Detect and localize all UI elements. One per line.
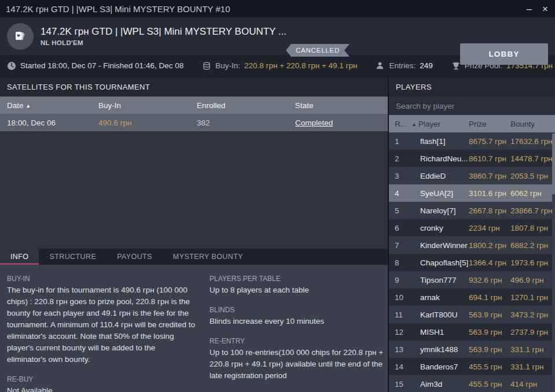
player-row[interactable]: 1 flash[1] 8675.7 грн 17632.6 грн: [389, 132, 555, 150]
player-row[interactable]: 4 SyeUA[2] 3101.6 грн 6062 грн: [389, 184, 555, 202]
players-col-bounty[interactable]: Bounty: [510, 120, 555, 128]
players-rows: 1 flash[1] 8675.7 грн 17632.6 грн 2 Rich…: [389, 132, 555, 392]
player-bounty: 23866.7 грн: [510, 206, 555, 215]
satellite-enrolled: 382: [197, 119, 295, 127]
player-row[interactable]: 3 EddieD 3860.7 грн 2053.5 грн: [389, 167, 555, 184]
player-rank: 7: [395, 241, 420, 250]
player-rank: 12: [395, 328, 420, 336]
satellites-col-date[interactable]: Date ▲: [7, 101, 98, 110]
person-icon: [376, 61, 385, 71]
player-name: KarlT800U: [420, 310, 469, 319]
player-prize: 694.1 грн: [469, 293, 510, 302]
satellites-panel-title: SATELLITES FOR THIS TOURNAMENT: [0, 77, 388, 97]
player-prize: 563.9 грн: [469, 310, 510, 319]
tab[interactable]: INFO: [0, 249, 39, 265]
player-row[interactable]: 5 Nareloy[7] 2667.8 грн 23866.7 грн: [389, 202, 555, 219]
info-tab-content: BUY-IN The buy-in for this tournament is…: [0, 265, 388, 392]
lobby-button[interactable]: LOBBY: [460, 43, 548, 65]
tab[interactable]: STRUCTURE: [39, 249, 106, 265]
info-section-label: RE-ENTRY: [209, 337, 387, 345]
player-row[interactable]: 13 ymnik1488 563.9 грн 331.1 грн: [389, 341, 555, 358]
entries-value: 249: [420, 61, 433, 70]
player-row[interactable]: 10 arnak 694.1 грн 1270.1 грн: [389, 289, 555, 306]
player-name: ymnik1488: [420, 345, 469, 354]
tab[interactable]: MYSTERY BOUNTY: [163, 249, 253, 265]
player-prize: 563.9 грн: [469, 345, 510, 354]
close-button[interactable]: ×: [541, 4, 549, 14]
scrollbar-thumb[interactable]: [552, 134, 555, 194]
buyin-value: 220.8 грн + 220.8 грн + 49.1 грн: [244, 61, 358, 70]
satellite-row[interactable]: 18:00, Dec 06 490.6 грн 382 Completed: [0, 114, 388, 131]
player-prize: 2667.8 грн: [469, 206, 510, 215]
info-section-text: Up to 8 players at each table: [209, 284, 387, 296]
info-right-column: PLAYERS PER TABLE Up to 8 players at eac…: [209, 275, 387, 392]
clock-icon: [7, 61, 16, 71]
player-row[interactable]: 15 Aim3d 455.5 грн 414 грн: [389, 375, 555, 392]
satellites-col-enrolled[interactable]: Enrolled: [197, 101, 295, 110]
satellites-col-buyin[interactable]: Buy-In: [98, 101, 197, 110]
player-name: MISH1: [420, 328, 469, 336]
player-bounty: 17632.6 грн: [510, 137, 555, 146]
players-col-player[interactable]: ▲Player: [420, 120, 469, 128]
player-row[interactable]: 7 KinderWinner 1800.2 грн 6882.2 грн: [389, 236, 555, 254]
tab[interactable]: PAYOUTS: [106, 249, 163, 265]
player-row[interactable]: 12 MISH1 563.9 грн 2737.9 грн: [389, 323, 555, 341]
player-name: cronky: [420, 224, 469, 232]
info-section-text: Blinds increase every 10 minutes: [209, 316, 387, 327]
player-prize: 3101.6 грн: [469, 189, 510, 198]
satellites-table: 18:00, Dec 06 490.6 грн 382 Completed: [0, 114, 388, 131]
trophy-icon: [451, 61, 461, 71]
window-titlebar: 147.2K грн GTD | |WPL S3| Mini MYSTERY B…: [0, 0, 555, 17]
game-type-label: NL HOLD'EM: [41, 39, 286, 46]
player-name: Banderos7: [420, 363, 469, 371]
player-name: EddieD: [420, 172, 469, 180]
players-panel-title: PLAYERS: [389, 77, 555, 97]
player-name: RichardNeu...: [420, 154, 469, 163]
buyin-label: Buy-In:: [215, 61, 240, 70]
info-section-text: Not Available: [7, 385, 196, 392]
player-prize: 563.9 грн: [469, 328, 510, 336]
player-name: Tipson777: [420, 276, 469, 284]
player-prize: 2234 грн: [469, 224, 510, 232]
player-row[interactable]: 9 Tipson777 932.6 грн 496.9 грн: [389, 271, 555, 289]
entries-segment: Entries: 249: [366, 61, 442, 71]
info-section-label: BLINDS: [209, 306, 387, 314]
player-row[interactable]: 11 KarlT800U 563.9 грн 3473.2 грн: [389, 306, 555, 323]
player-name: KinderWinner: [420, 241, 469, 250]
players-list: 1 flash[1] 8675.7 грн 17632.6 грн 2 Rich…: [389, 132, 555, 392]
player-rank: 6: [395, 224, 420, 232]
player-prize: 1366.4 грн: [469, 258, 510, 267]
info-section: RE-ENTRY Up to 100 re-entries(100 000 ch…: [209, 337, 387, 382]
empty-area: [0, 131, 388, 249]
players-col-prize[interactable]: Prize: [469, 120, 510, 128]
player-rank: 2: [395, 154, 420, 163]
info-section-label: PLAYERS PER TABLE: [209, 275, 387, 283]
satellites-col-state[interactable]: State: [295, 101, 388, 110]
player-rank: 1: [395, 137, 420, 146]
player-row[interactable]: 2 RichardNeu... 8610.7 грн 14478.7 грн: [389, 150, 555, 167]
player-name: Aim3d: [420, 380, 469, 389]
player-bounty: 1973.6 грн: [510, 258, 555, 267]
player-row[interactable]: 6 cronky 2234 грн 1807.8 грн: [389, 219, 555, 236]
player-prize: 455.5 грн: [469, 380, 510, 389]
player-bounty: 1807.8 грн: [510, 224, 555, 232]
player-name: arnak: [420, 293, 469, 302]
player-bounty: 3473.2 грн: [510, 310, 555, 319]
player-search-input[interactable]: [389, 97, 555, 115]
player-rank: 11: [395, 310, 420, 319]
info-section-label: RE-BUY: [7, 375, 196, 383]
player-name: Chapoflash[5]: [420, 258, 469, 267]
player-rank: 3: [395, 172, 420, 180]
player-rank: 4: [395, 189, 420, 198]
player-row[interactable]: 8 Chapoflash[5] 1366.4 грн 1973.6 грн: [389, 254, 555, 271]
satellites-column-header: Date ▲ Buy-In Enrolled State: [0, 97, 388, 114]
player-row[interactable]: 14 Banderos7 455.5 грн 331.1 грн: [389, 358, 555, 375]
info-section: BLINDS Blinds increase every 10 minutes: [209, 306, 387, 327]
player-bounty: 6062 грн: [510, 189, 555, 198]
minimize-button[interactable]: –: [525, 4, 533, 14]
player-rank: 10: [395, 293, 420, 302]
player-rank: 14: [395, 363, 420, 371]
player-bounty: 496.9 грн: [510, 276, 555, 284]
players-scrollbar[interactable]: [552, 132, 555, 392]
satellite-state-link[interactable]: Completed: [295, 119, 388, 127]
